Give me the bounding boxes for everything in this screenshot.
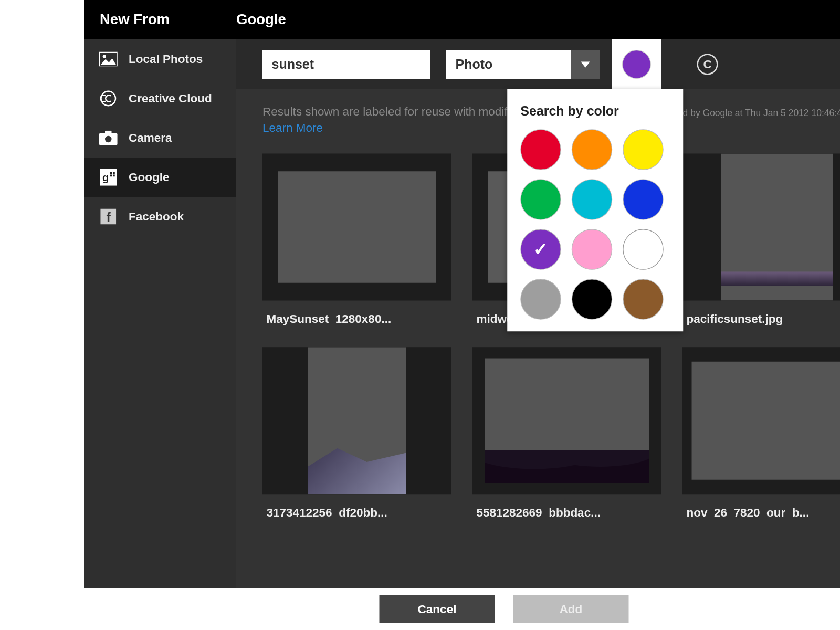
color-grid: ✓ bbox=[520, 129, 670, 320]
result-card[interactable]: MaySunset_1280x80... bbox=[262, 154, 452, 327]
color-swatch-brown[interactable] bbox=[623, 279, 664, 320]
result-thumbnail bbox=[682, 154, 840, 301]
result-filename: MaySunset_1280x80... bbox=[262, 312, 452, 326]
sidebar-item-label: Camera bbox=[129, 131, 172, 144]
color-filter-button[interactable] bbox=[612, 39, 662, 89]
search-toolbar: Photo C bbox=[236, 39, 840, 89]
search-input[interactable] bbox=[262, 50, 430, 79]
result-card[interactable]: 5581282669_bbbdac... bbox=[472, 347, 662, 520]
color-popover-title: Search by color bbox=[520, 104, 670, 119]
cancel-button[interactable]: Cancel bbox=[380, 595, 495, 623]
titlebar-left: New From bbox=[84, 11, 236, 28]
color-swatch-yellow[interactable] bbox=[623, 129, 664, 170]
color-popover: Search by color ✓ bbox=[507, 89, 683, 331]
color-swatch-orange[interactable] bbox=[572, 129, 613, 170]
color-swatch-gray[interactable] bbox=[520, 279, 561, 320]
result-thumbnail bbox=[472, 347, 662, 494]
sidebar-item-local-photos[interactable]: Local Photos bbox=[84, 39, 236, 79]
color-filter-swatch bbox=[622, 50, 651, 79]
svg-text:f: f bbox=[107, 210, 111, 225]
sidebar-item-label: Google bbox=[129, 170, 170, 184]
result-card[interactable]: pacificsunset.jpg bbox=[682, 154, 840, 327]
type-select[interactable]: Photo bbox=[446, 50, 600, 79]
copyright-icon: C bbox=[703, 57, 711, 71]
sidebar-item-camera[interactable]: Camera bbox=[84, 118, 236, 158]
cc-icon bbox=[99, 90, 119, 107]
result-thumbnail bbox=[682, 347, 840, 494]
facebook-icon: f bbox=[99, 208, 119, 225]
result-filename: pacificsunset.jpg bbox=[682, 312, 840, 326]
result-filename: nov_26_7820_our_b... bbox=[682, 506, 840, 520]
color-swatch-purple[interactable]: ✓ bbox=[520, 229, 561, 270]
svg-point-5 bbox=[105, 136, 112, 143]
type-select-value: Photo bbox=[446, 50, 571, 79]
svg-point-2 bbox=[101, 91, 116, 106]
sidebar-item-label: Local Photos bbox=[129, 52, 203, 66]
camera-icon bbox=[99, 129, 119, 146]
color-swatch-blue[interactable] bbox=[623, 179, 664, 220]
sidebar-item-google[interactable]: g Google bbox=[84, 158, 236, 197]
result-card[interactable]: 3173412256_df20bb... bbox=[262, 347, 452, 520]
color-swatch-red[interactable] bbox=[520, 129, 561, 170]
sidebar-item-label: Facebook bbox=[129, 209, 184, 223]
image-icon bbox=[99, 50, 119, 68]
color-swatch-white[interactable] bbox=[623, 229, 664, 270]
svg-rect-8 bbox=[110, 172, 112, 174]
app-window: New From Google POWERED BY Google Local … bbox=[84, 0, 840, 630]
svg-text:g: g bbox=[102, 172, 109, 183]
titlebar-main: Google bbox=[236, 11, 286, 28]
check-icon: ✓ bbox=[533, 239, 548, 260]
result-thumbnail bbox=[262, 154, 452, 301]
chevron-down-icon bbox=[571, 50, 600, 79]
google-icon: g bbox=[99, 169, 119, 186]
sidebar: Local Photos Creative Cloud Camera g Goo… bbox=[84, 39, 236, 588]
color-swatch-black[interactable] bbox=[572, 279, 613, 320]
result-filename: 5581282669_bbbdac... bbox=[472, 506, 662, 520]
svg-rect-11 bbox=[113, 175, 115, 177]
svg-rect-10 bbox=[110, 175, 112, 177]
cache-timestamp: Cached by Google at Thu Jan 5 2012 10:46… bbox=[656, 108, 840, 118]
sidebar-item-creative-cloud[interactable]: Creative Cloud bbox=[84, 79, 236, 118]
color-swatch-teal[interactable] bbox=[572, 179, 613, 220]
svg-point-1 bbox=[103, 55, 106, 58]
add-button: Add bbox=[513, 595, 629, 623]
bottom-bar: Cancel Add bbox=[84, 588, 840, 630]
result-filename: 3173412256_df20bb... bbox=[262, 506, 452, 520]
result-thumbnail bbox=[262, 347, 452, 494]
result-card[interactable]: nov_26_7820_our_b... bbox=[682, 347, 840, 520]
copyright-filter-button[interactable]: C bbox=[697, 54, 718, 75]
sidebar-item-facebook[interactable]: f Facebook bbox=[84, 197, 236, 236]
sidebar-item-label: Creative Cloud bbox=[129, 91, 212, 105]
color-swatch-pink[interactable] bbox=[572, 229, 613, 270]
color-swatch-green[interactable] bbox=[520, 179, 561, 220]
svg-rect-9 bbox=[113, 172, 115, 174]
svg-rect-4 bbox=[105, 131, 112, 135]
titlebar: New From Google POWERED BY Google bbox=[84, 0, 840, 39]
